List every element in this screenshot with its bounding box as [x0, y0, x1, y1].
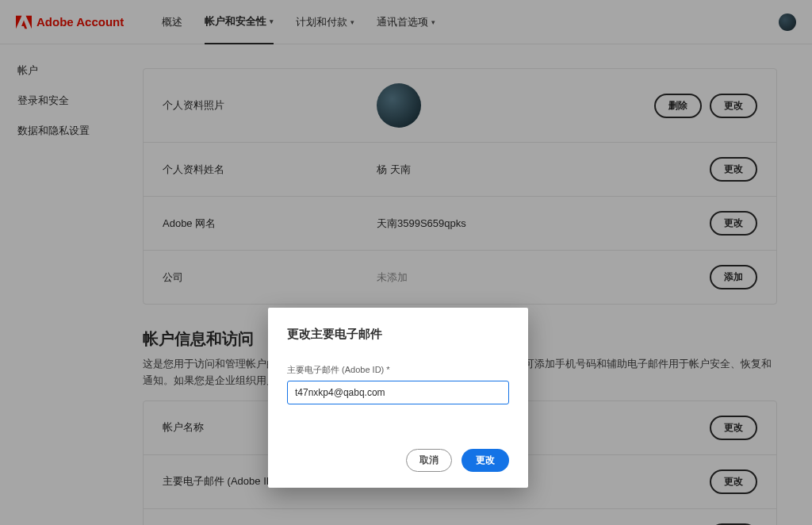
primary-email-input[interactable]: [287, 381, 509, 404]
modal-title: 更改主要电子邮件: [287, 327, 509, 342]
change-email-modal: 更改主要电子邮件 主要电子邮件 (Adobe ID) * 取消 更改: [268, 308, 528, 488]
field-label: 主要电子邮件 (Adobe ID) *: [287, 364, 509, 376]
cancel-button[interactable]: 取消: [406, 449, 452, 472]
confirm-change-button[interactable]: 更改: [462, 449, 509, 472]
